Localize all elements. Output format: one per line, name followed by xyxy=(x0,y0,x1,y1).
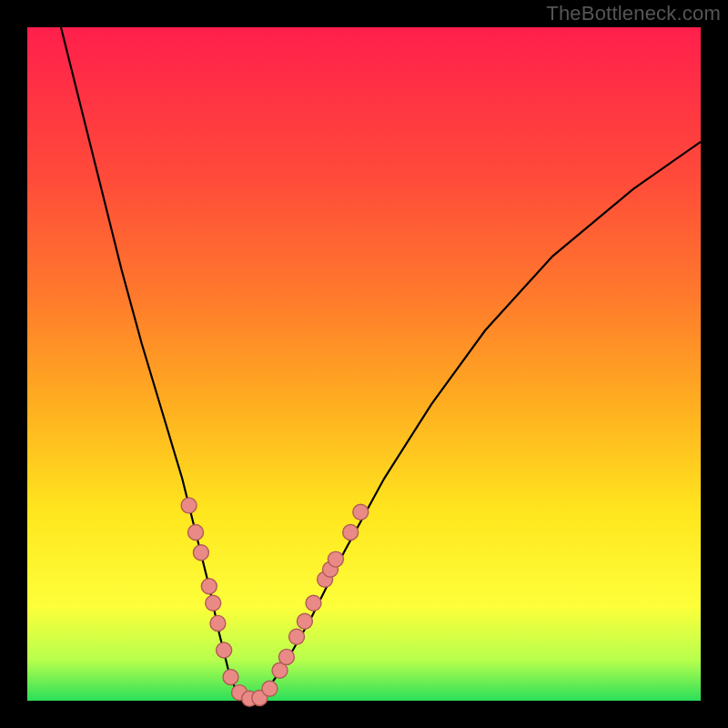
bottleneck-chart xyxy=(0,0,728,728)
sample-dot xyxy=(328,551,343,567)
sample-dot xyxy=(201,579,217,594)
plot-background xyxy=(27,27,701,701)
sample-dot xyxy=(206,595,221,611)
sample-dot xyxy=(193,545,208,561)
sample-dot xyxy=(278,649,294,664)
chart-container: TheBottleneck.com xyxy=(0,0,728,728)
sample-dot xyxy=(217,642,232,658)
sample-dot xyxy=(306,595,321,611)
sample-dot xyxy=(343,525,359,541)
sample-dot xyxy=(262,681,278,696)
sample-dot xyxy=(210,615,226,631)
sample-dot xyxy=(297,613,312,629)
sample-dot xyxy=(181,498,197,513)
sample-dot xyxy=(188,525,204,541)
sample-dot xyxy=(353,504,369,520)
sample-dot xyxy=(223,670,238,685)
attribution-label: TheBottleneck.com xyxy=(546,2,721,25)
sample-dot xyxy=(289,629,305,644)
